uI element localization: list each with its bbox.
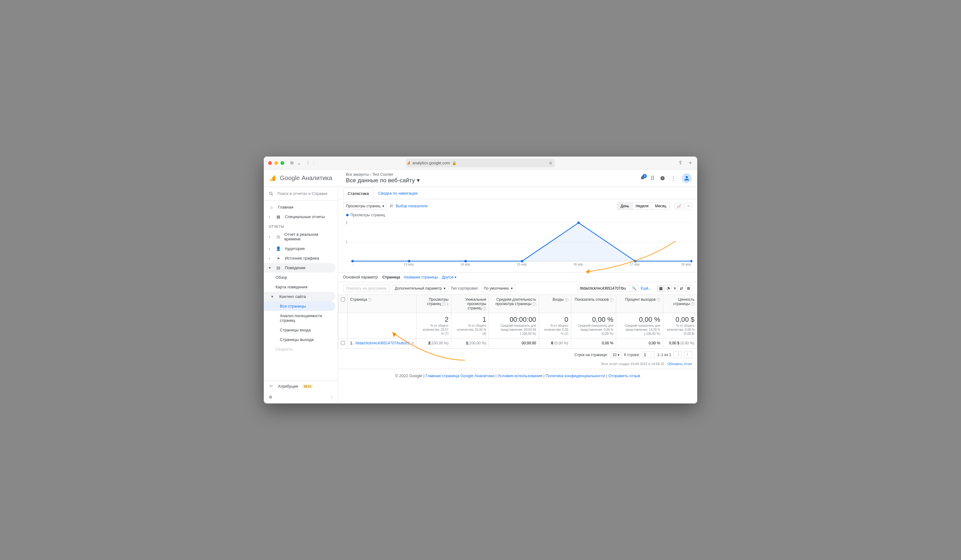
sort-down-icon[interactable]: ↓ (447, 302, 448, 306)
help-icon[interactable]: ? (368, 298, 371, 302)
sidebar-item-behavior[interactable]: ▾▤Поведение (264, 263, 335, 273)
tab-nav-summary[interactable]: Сводка по навигации (373, 188, 422, 199)
comparison-view-icon[interactable]: ⇄ (678, 285, 685, 292)
dimension-page-title[interactable]: Название страницы (404, 275, 438, 279)
bar-view-icon[interactable]: ≡ (672, 285, 678, 292)
sidebar-item-attribution[interactable]: ల Атрибуция БЕТА (264, 381, 338, 392)
forward-icon[interactable]: 〉 (313, 160, 317, 166)
more-icon[interactable]: ⋮ (670, 175, 676, 181)
dimension-page[interactable]: Страница (382, 275, 400, 279)
svg-point-11 (270, 192, 272, 194)
svg-text:18 апр.: 18 апр. (681, 263, 692, 266)
time-week-button[interactable]: Неделя (633, 203, 652, 209)
collapse-icon[interactable]: 〈 (329, 395, 333, 400)
avatar[interactable] (682, 173, 692, 183)
filter-row: Показать на диаграмме Дополнительный пар… (338, 282, 697, 295)
new-tab-icon[interactable]: ＋ (688, 160, 693, 166)
maximize-window-icon[interactable] (281, 161, 284, 165)
chevron-right-icon: › (269, 214, 272, 219)
caret-down-icon: ▾ (382, 204, 384, 208)
sidebar-item-audience[interactable]: ›👤Аудитория (264, 244, 338, 254)
table-view-icon[interactable]: ▦ (657, 285, 665, 292)
sidebar-item-custom[interactable]: ›▦Специальные отчеты (264, 212, 338, 221)
goto-label: К строке: (624, 353, 640, 357)
sort-label: Тип сортировки: (451, 286, 479, 290)
view-name: Все данные по веб-сайту ▾ (346, 177, 420, 184)
sidebar-toggle-icon[interactable]: ⧉ (291, 160, 294, 165)
external-link-icon[interactable]: ⇗ (411, 341, 414, 345)
col-exit: Процент выходов? (616, 295, 663, 313)
logo[interactable]: Google Аналитика (269, 175, 332, 182)
account-selector[interactable]: Все аккаунты › Test Counter Все данные п… (346, 172, 420, 184)
time-range-buttons: День Неделя Месяц (617, 202, 670, 210)
sidebar-item-all-pages[interactable]: Все страницы (264, 302, 335, 311)
tab-stats[interactable]: Статистика (343, 188, 373, 199)
svg-text:14 апр.: 14 апр. (460, 263, 471, 266)
sidebar-item-behavior-map[interactable]: Карта поведения (264, 282, 338, 292)
sort-dropdown[interactable]: По умолчанию ▾ (481, 285, 516, 292)
pivot-view-icon[interactable]: ⊞ (685, 285, 692, 292)
rows-per-page-label: Строк на странице: (575, 353, 608, 357)
search-input[interactable] (577, 285, 630, 292)
pager: Строк на странице: 10 ▾ К строке: 1–1 из… (338, 349, 697, 361)
footer-privacy-link[interactable]: Политика конфиденциальности (545, 374, 605, 378)
svg-point-10 (685, 176, 688, 178)
sidebar-item-overview[interactable]: Обзор (264, 273, 338, 282)
sidebar-item-landing[interactable]: Страницы входа (264, 325, 338, 335)
line-chart-icon[interactable]: 📈 (675, 203, 684, 209)
user-icon (683, 175, 690, 181)
sidebar: Поиск в отчетах и Справке ⌂Главная ›▦Спе… (264, 187, 338, 403)
footer-home-link[interactable]: Главная страница Google Аналитики (425, 374, 494, 378)
footer-terms-link[interactable]: Условия использования (498, 374, 542, 378)
col-page: Страница? (348, 295, 417, 313)
prev-page-button[interactable]: 〈 (674, 351, 682, 358)
notifications-button[interactable]: 3 (640, 175, 645, 181)
svg-rect-3 (270, 179, 272, 181)
svg-rect-7 (273, 175, 275, 181)
ga-logo-icon (269, 175, 277, 182)
search-button[interactable]: 🔍 (630, 285, 639, 292)
secondary-dimension-dropdown[interactable]: Дополнительный параметр ▾ (392, 285, 448, 292)
footer-feedback-link[interactable]: Отправить отзыв (608, 374, 640, 378)
sidebar-search[interactable]: Поиск в отчетах и Справке (264, 187, 338, 201)
url-bar[interactable]: analytics.google.com 🔒 ⊜ (406, 159, 555, 167)
page-link[interactable]: /tilda/click/rec436514707/button1 (355, 341, 410, 345)
admin-icon[interactable]: ⚙ (269, 395, 272, 400)
help-icon[interactable]: ? (660, 176, 665, 181)
home-icon: ⌂ (269, 205, 274, 209)
chevron-down-icon: ▾ (269, 265, 272, 270)
time-day-button[interactable]: День (617, 203, 633, 209)
rows-per-page-select[interactable]: 10 ▾ (610, 352, 622, 358)
time-month-button[interactable]: Месяц (652, 203, 669, 209)
minimize-window-icon[interactable] (274, 161, 278, 165)
refresh-report-link[interactable]: Обновить отчет (667, 362, 692, 366)
chart-controls: Просмотры страниц▾ И Выбор показателя Де… (338, 199, 697, 213)
sidebar-item-acquisition[interactable]: ›➤Источник трафика (264, 254, 338, 263)
apps-icon[interactable]: ⠿ (651, 175, 654, 181)
goto-input[interactable] (642, 351, 654, 358)
sidebar-item-site-content[interactable]: ▾Контент сайта (264, 292, 335, 302)
chart-legend: Просмотры страниц (343, 213, 692, 217)
advanced-link[interactable]: Ещё... (641, 286, 651, 290)
sidebar-item-home[interactable]: ⌂Главная (264, 202, 338, 212)
chevron-down-icon[interactable]: ⌄ (297, 160, 301, 165)
back-icon[interactable]: 〈 (305, 160, 309, 166)
svg-point-21 (521, 260, 523, 262)
next-page-button[interactable]: 〉 (684, 351, 692, 358)
close-window-icon[interactable] (268, 161, 272, 165)
sidebar-item-realtime[interactable]: ›◷Отчет в реальном времени (264, 229, 338, 244)
select-all-checkbox[interactable] (341, 297, 345, 302)
metric-dropdown[interactable]: Просмотры страниц▾ (343, 202, 387, 210)
dimension-other[interactable]: Другое ▾ (442, 275, 456, 279)
vs-label: И (390, 204, 393, 208)
row-checkbox[interactable] (341, 341, 345, 345)
sidebar-item-content-drilldown[interactable]: Анализ посещаемости страниц (264, 311, 338, 325)
sidebar-item-exit[interactable]: Страницы выхода (264, 335, 338, 344)
motion-chart-icon[interactable]: ⁙ (685, 203, 692, 209)
select-metric-link[interactable]: Выбор показателя (396, 204, 427, 208)
pie-view-icon[interactable]: ◔ (665, 285, 672, 292)
sidebar-item-speed[interactable]: Скорость (264, 344, 338, 354)
reader-icon[interactable]: ⊜ (549, 160, 552, 165)
browser-window: ⧉ ⌄ 〈 〉 analytics.google.com 🔒 ⊜ ⇪ ＋ Goo… (264, 157, 697, 403)
share-icon[interactable]: ⇪ (678, 160, 682, 166)
